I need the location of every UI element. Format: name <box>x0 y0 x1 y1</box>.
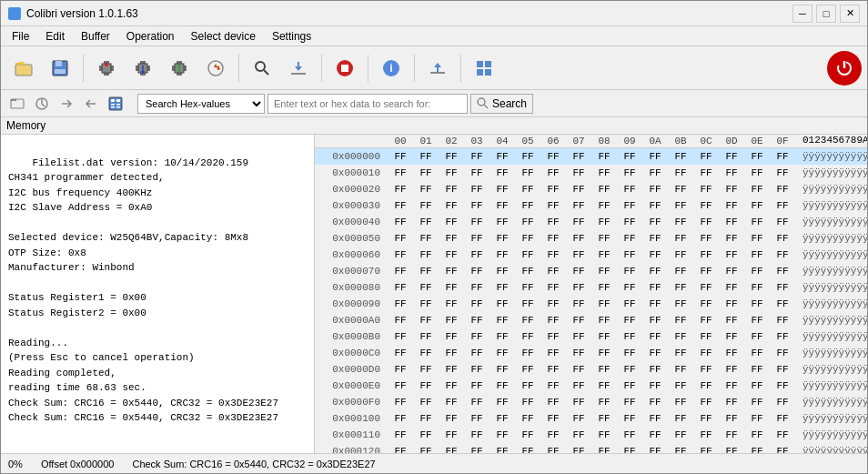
hex-row[interactable]: 0x000000FFFFFFFFFFFFFFFFFFFFFFFFFFFFFFFF… <box>315 148 867 165</box>
hex-row[interactable]: 0x0000A0FFFFFFFFFFFFFFFFFFFFFFFFFFFFFFFF… <box>315 312 867 328</box>
chip-auto-button[interactable] <box>198 51 233 86</box>
hex-byte: FF <box>642 446 668 453</box>
hex-byte: FF <box>566 397 591 408</box>
search-input[interactable] <box>267 94 468 114</box>
stop-button[interactable] <box>328 51 362 86</box>
grid-button[interactable] <box>467 51 501 86</box>
hex-byte: FF <box>439 151 464 162</box>
hex-row[interactable]: 0x000120FFFFFFFFFFFFFFFFFFFFFFFFFFFFFFFF… <box>315 443 867 453</box>
hex-byte: FF <box>744 429 770 440</box>
hex-byte: FF <box>388 348 413 358</box>
power-button[interactable] <box>827 51 862 86</box>
hex-byte: FF <box>540 315 566 326</box>
hex-byte: FF <box>744 184 770 195</box>
hex-byte: FF <box>693 380 719 391</box>
menu-select-device[interactable]: Select device <box>184 28 263 45</box>
hex-row[interactable]: 0x000100FFFFFFFFFFFFFFFFFFFFFFFFFFFFFFFF… <box>315 410 867 427</box>
hex-row[interactable]: 0x0000F0FFFFFFFFFFFFFFFFFFFFFFFFFFFFFFFF… <box>315 394 867 410</box>
hex-byte: FF <box>693 282 719 293</box>
chip-select-button[interactable] <box>89 51 124 86</box>
hex-byte: FF <box>413 348 439 358</box>
hex-row[interactable]: 0x0000D0FFFFFFFFFFFFFFFFFFFFFFFFFFFFFFFF… <box>315 361 867 378</box>
hex-row[interactable]: 0x000090FFFFFFFFFFFFFFFFFFFFFFFFFFFFFFFF… <box>315 296 867 312</box>
hex-byte: FF <box>642 233 668 244</box>
hex-byte: FF <box>668 249 693 260</box>
hex-byte: FF <box>693 298 719 309</box>
hex-row[interactable]: 0x000050FFFFFFFFFFFFFFFFFFFFFFFFFFFFFFFF… <box>315 230 867 247</box>
hex-byte: FF <box>617 364 642 375</box>
info-button[interactable]: i <box>374 51 409 86</box>
menu-buffer[interactable]: Buffer <box>74 28 117 45</box>
hex-byte: FF <box>617 446 642 453</box>
hex-tb2-btn3[interactable] <box>56 93 77 115</box>
chip-write-button[interactable] <box>162 51 197 86</box>
hex-row[interactable]: 0x000060FFFFFFFFFFFFFFFFFFFFFFFFFFFFFFFF… <box>315 247 867 263</box>
hex-byte: FF <box>642 151 668 162</box>
search-button[interactable] <box>245 51 279 86</box>
hex-byte: FF <box>464 200 490 211</box>
hex-byte: FF <box>591 315 617 326</box>
menu-settings[interactable]: Settings <box>265 28 318 45</box>
hex-byte: FF <box>744 348 770 358</box>
hex-byte: FF <box>540 413 566 424</box>
hex-row[interactable]: 0x000070FFFFFFFFFFFFFFFFFFFFFFFFFFFFFFFF… <box>315 263 867 279</box>
hex-byte: FF <box>617 413 642 424</box>
hex-row[interactable]: 0x000040FFFFFFFFFFFFFFFFFFFFFFFFFFFFFFFF… <box>315 214 867 230</box>
hex-row[interactable]: 0x000030FFFFFFFFFFFFFFFFFFFFFFFFFFFFFFFF… <box>315 197 867 214</box>
hex-row[interactable]: 0x0000B0FFFFFFFFFFFFFFFFFFFFFFFFFFFFFFFF… <box>315 328 867 345</box>
menu-file[interactable]: File <box>5 28 36 45</box>
svg-rect-57 <box>477 61 483 67</box>
hex-row[interactable]: 0x0000C0FFFFFFFFFFFFFFFFFFFFFFFFFFFFFFFF… <box>315 345 867 361</box>
hex-col-header: 0A <box>642 135 668 147</box>
menu-edit[interactable]: Edit <box>38 28 72 45</box>
hex-byte: FF <box>719 348 744 358</box>
hex-row[interactable]: 0x000010FFFFFFFFFFFFFFFFFFFFFFFFFFFFFFFF… <box>315 165 867 181</box>
hex-row-addr: 0x000030 <box>315 200 388 211</box>
hex-byte: FF <box>490 282 515 293</box>
hex-byte: FF <box>413 249 439 260</box>
maximize-button[interactable]: □ <box>816 5 836 23</box>
hex-byte: FF <box>540 446 566 453</box>
upload-button[interactable] <box>420 51 455 86</box>
hex-byte: FF <box>490 397 515 408</box>
search-execute-button[interactable]: Search <box>470 94 533 114</box>
hex-byte: FF <box>770 249 795 260</box>
hex-row[interactable]: 0x000080FFFFFFFFFFFFFFFFFFFFFFFFFFFFFFFF… <box>315 279 867 296</box>
hex-byte: FF <box>668 151 693 162</box>
search-type-dropdown[interactable]: Search Hex-values Search Text <box>137 94 265 114</box>
close-button[interactable]: ✕ <box>840 5 860 23</box>
hex-byte: FF <box>617 315 642 326</box>
hex-tb2-btn1[interactable] <box>6 93 28 115</box>
svg-point-48 <box>208 61 223 76</box>
hex-row[interactable]: 0x0000E0FFFFFFFFFFFFFFFFFFFFFFFFFFFFFFFF… <box>315 378 867 394</box>
hex-byte: FF <box>770 446 795 453</box>
minimize-button[interactable]: ─ <box>792 5 812 23</box>
hex-byte: FF <box>490 266 515 277</box>
hex-byte: FF <box>413 266 439 277</box>
hex-body[interactable]: 0x000000FFFFFFFFFFFFFFFFFFFFFFFFFFFFFFFF… <box>315 148 867 453</box>
save-button[interactable] <box>43 51 77 86</box>
hex-tb2-btn4[interactable] <box>80 93 102 115</box>
hex-row[interactable]: 0x000110FFFFFFFFFFFFFFFFFFFFFFFFFFFFFFFF… <box>315 427 867 443</box>
hex-col-header: 0F <box>770 135 795 147</box>
hex-byte: FF <box>693 167 719 178</box>
hex-byte: FF <box>668 266 693 277</box>
svg-line-50 <box>264 70 268 75</box>
hex-byte: FF <box>439 298 464 309</box>
hex-calc-button[interactable] <box>105 93 126 115</box>
hex-byte: FF <box>388 249 413 260</box>
chip-read-button[interactable] <box>126 51 160 86</box>
menu-operation[interactable]: Operation <box>119 28 182 45</box>
download-button[interactable] <box>281 51 316 86</box>
hex-byte: FF <box>515 364 540 375</box>
hex-row[interactable]: 0x000020FFFFFFFFFFFFFFFFFFFFFFFFFFFFFFFF… <box>315 181 867 197</box>
hex-byte: FF <box>439 217 464 227</box>
hex-row-bytes: FFFFFFFFFFFFFFFFFFFFFFFFFFFFFFFF <box>388 184 795 195</box>
hex-byte: FF <box>464 331 490 342</box>
hex-tb2-btn2[interactable] <box>31 93 53 115</box>
hex-byte: FF <box>388 397 413 408</box>
hex-byte: FF <box>642 282 668 293</box>
hex-byte: FF <box>566 282 591 293</box>
hex-byte: FF <box>540 348 566 358</box>
open-file-button[interactable] <box>6 51 41 86</box>
